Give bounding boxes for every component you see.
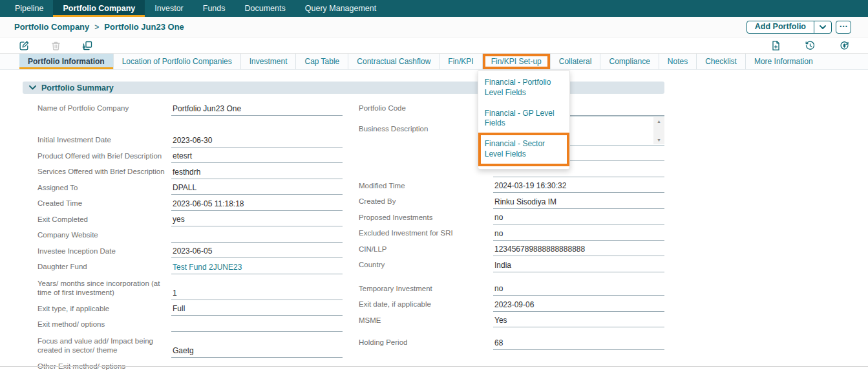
duplicate-icon[interactable] [82,40,93,51]
field-label: MSME [359,316,493,327]
chevron-down-icon [820,25,826,29]
form-row: Years/ months since incorporation (at ti… [37,274,343,300]
dropdown-item-financial-sector-level-fields[interactable]: Financial - Sector Level Fields [478,134,569,165]
field-label: Initial Investment Date [37,135,171,147]
chevron-down-icon [29,85,36,90]
field-value[interactable]: 2024-03-19 16:30:32 [493,181,664,193]
tab-investment[interactable]: Investment [241,54,297,69]
scroll-up-icon[interactable]: ▲ [657,119,661,124]
field-value[interactable]: DPALL [171,183,343,195]
field-value[interactable] [171,362,343,372]
nav-item-documents[interactable]: Documents [235,0,295,17]
add-document-icon[interactable] [770,40,781,51]
form-row [37,116,343,132]
nav-item-investor[interactable]: Investor [145,0,193,17]
field-label: Created By [359,197,493,208]
tab-label: Notes [668,57,688,66]
field-value[interactable]: Gaetg [171,346,343,358]
form-row: Holding Period 68 [359,334,664,350]
tab-label: Checklist [705,57,737,66]
sync-icon[interactable] [839,40,850,51]
field-label: Services Offered with Brief Description [37,167,171,179]
field-value[interactable]: 2023-09-06 [493,300,664,312]
field-value[interactable]: 1 [171,289,343,300]
field-label: Modified Time [359,181,493,193]
field-value[interactable]: 2023-06-05 11:18:18 [171,199,343,211]
tab-label: Location of Portfolio Companies [122,57,232,66]
field-value[interactable]: Full [171,304,343,316]
field-value[interactable]: Yes [493,316,664,327]
field-value[interactable]: etesrt [171,151,343,163]
tab-label: Fin/KPI Set-up [491,57,542,66]
field-label: Exit type, if applicable [37,304,171,316]
tab-label: Contractual Cashflow [357,57,430,66]
field-label: Business Description [359,124,493,136]
tab-fin-kpi[interactable]: Fin/KPI [439,54,482,69]
tab-more-information[interactable]: More Information [746,54,821,69]
tab-portfolio-information[interactable]: Portfolio Information [19,54,114,69]
breadcrumb-parent[interactable]: Portfolio Company [14,22,89,32]
form-row: Exit date, if applicable 2023-09-06 [359,296,664,312]
tab-checklist[interactable]: Checklist [697,54,746,69]
field-value[interactable]: no [493,213,664,224]
textarea-scrollbar[interactable]: ▲ ▼ [653,117,664,144]
delete-icon[interactable] [50,40,61,51]
add-portfolio-dropdown-toggle[interactable] [814,21,831,33]
tab-compliance[interactable]: Compliance [600,54,659,69]
form-row: Product Offered with Brief Description e… [37,148,343,164]
field-label: Country [359,260,493,272]
field-value[interactable]: Portfolio Jun23 One [171,104,343,116]
field-value[interactable]: 2023-06-05 [171,246,343,258]
dropdown-item-financial-portfolio-level-fields[interactable]: Financial - Portfolio Level Fields [478,72,569,104]
nav-item-pipeline[interactable]: Pipeline [5,0,53,17]
form-row: CIN/LLP 123456789888888888888 [359,241,664,257]
field-value[interactable]: 123456789888888888888 [493,245,664,256]
field-value[interactable]: yes [171,215,343,226]
breadcrumb-current: Portfolio Jun23 One [104,22,184,32]
form-row: Exit Completed yes [37,211,343,227]
field-label: Portfolio Code [359,104,493,115]
field-label: Assigned To [37,183,171,195]
field-value[interactable]: 2023-06-30 [171,136,343,148]
field-label: Excluded Investment for SRI [359,228,493,240]
tab-location-of-portfolio-companies[interactable]: Location of Portfolio Companies [114,54,241,69]
tab-cap-table[interactable]: Cap Table [296,54,348,69]
form-row: Name of Portfolio Company Portfolio Jun2… [37,100,343,116]
add-portfolio-button[interactable]: Add Portfolio [747,21,814,33]
form-row: Investee Inception Date 2023-06-05 [37,243,343,259]
field-value[interactable]: no [493,229,664,241]
toolbar-left-group [19,40,93,51]
dropdown-item-financial-gp-level-fields[interactable]: Financial - GP Level Fields [478,104,569,135]
tab-label: Portfolio Information [28,57,105,66]
nav-item-funds[interactable]: Funds [193,0,235,17]
edit-icon[interactable] [19,40,30,51]
field-value[interactable]: festhdrh [171,168,343,179]
add-portfolio-split-button: Add Portfolio [746,21,832,34]
tab-label: Fin/KPI [448,57,473,66]
field-value[interactable]: no [493,284,664,296]
field-label: Name of Portfolio Company [37,104,171,115]
nav-item-portfolio-company[interactable]: Portfolio Company [53,0,145,17]
nav-item-query-management[interactable]: Query Management [295,0,386,17]
tab-contractual-cashflow[interactable]: Contractual Cashflow [348,54,439,69]
field-label: Created Time [37,199,171,210]
form-row: Daughter Fund Test Fund 2JUNE23 [37,258,343,274]
more-options-button[interactable]: ⋯ [836,21,851,34]
tab-notes[interactable]: Notes [659,54,697,69]
field-value[interactable]: Test Fund 2JUNE23 [171,263,343,274]
form-row: Services Offered with Brief Description … [37,163,343,179]
tab-fin-kpi-setup[interactable]: Fin/KPI Set-up Financial - Portfolio Lev… [483,54,551,69]
field-value[interactable]: 68 [493,338,664,350]
field-label: Exit date, if applicable [359,300,493,311]
field-value[interactable] [171,321,343,332]
field-value[interactable] [171,232,343,243]
toolbar-right-group [770,40,850,51]
tab-collateral[interactable]: Collateral [551,54,601,69]
tab-label: More Information [754,57,813,66]
field-value[interactable]: Rinku Sisodiya IM [493,197,664,209]
field-value[interactable]: India [493,261,664,272]
form-row: Temporary Investment no [359,280,664,296]
history-icon[interactable] [805,40,816,51]
scroll-down-icon[interactable]: ▼ [657,138,661,142]
breadcrumb-separator-icon: > [94,23,99,32]
